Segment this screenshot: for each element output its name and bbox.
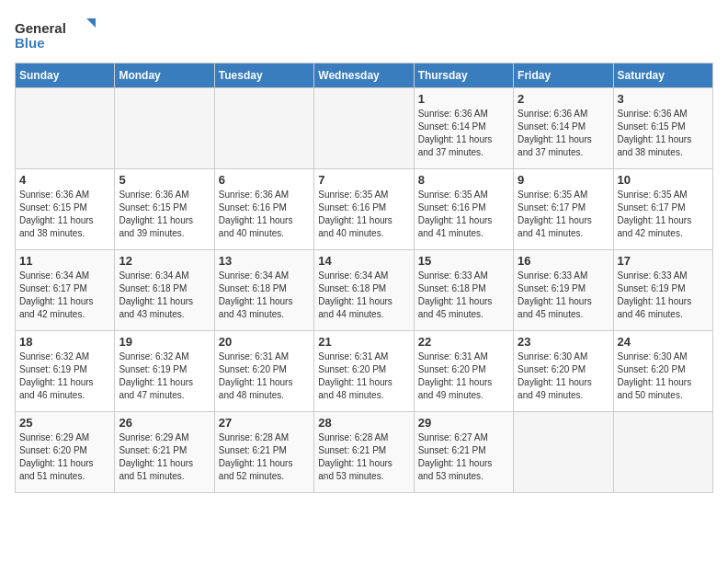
day-number: 29	[418, 416, 509, 430]
weekday-header-cell: Friday	[514, 63, 613, 88]
day-number: 22	[418, 335, 509, 349]
day-number: 2	[518, 92, 609, 106]
day-info: Sunrise: 6:34 AM Sunset: 6:18 PM Dayligh…	[119, 270, 210, 321]
day-info: Sunrise: 6:36 AM Sunset: 6:16 PM Dayligh…	[219, 189, 310, 240]
calendar-cell: 2Sunrise: 6:36 AM Sunset: 6:14 PM Daylig…	[514, 88, 613, 169]
day-info: Sunrise: 6:28 AM Sunset: 6:21 PM Dayligh…	[318, 431, 409, 483]
calendar-cell: 7Sunrise: 6:35 AM Sunset: 6:16 PM Daylig…	[314, 169, 414, 250]
weekday-header-cell: Tuesday	[214, 63, 313, 88]
day-info: Sunrise: 6:34 AM Sunset: 6:17 PM Dayligh…	[19, 270, 110, 321]
day-number: 25	[19, 416, 110, 430]
calendar-cell: 20Sunrise: 6:31 AM Sunset: 6:20 PM Dayli…	[214, 331, 313, 412]
day-info: Sunrise: 6:36 AM Sunset: 6:15 PM Dayligh…	[618, 108, 709, 159]
day-info: Sunrise: 6:35 AM Sunset: 6:17 PM Dayligh…	[518, 189, 609, 240]
calendar-cell: 17Sunrise: 6:33 AM Sunset: 6:19 PM Dayli…	[613, 250, 712, 331]
day-info: Sunrise: 6:31 AM Sunset: 6:20 PM Dayligh…	[418, 350, 509, 402]
day-info: Sunrise: 6:35 AM Sunset: 6:16 PM Dayligh…	[318, 189, 409, 240]
day-info: Sunrise: 6:35 AM Sunset: 6:17 PM Dayligh…	[618, 189, 709, 240]
calendar-cell: 8Sunrise: 6:35 AM Sunset: 6:16 PM Daylig…	[414, 169, 513, 250]
logo-svg: General Blue	[15, 15, 97, 52]
day-info: Sunrise: 6:36 AM Sunset: 6:15 PM Dayligh…	[19, 189, 110, 240]
calendar-cell: 11Sunrise: 6:34 AM Sunset: 6:17 PM Dayli…	[16, 250, 115, 331]
day-number: 16	[518, 254, 609, 268]
day-number: 14	[318, 254, 409, 268]
day-info: Sunrise: 6:36 AM Sunset: 6:14 PM Dayligh…	[518, 108, 609, 159]
day-number: 3	[618, 92, 709, 106]
calendar-cell: 28Sunrise: 6:28 AM Sunset: 6:21 PM Dayli…	[314, 412, 414, 493]
calendar-cell: 10Sunrise: 6:35 AM Sunset: 6:17 PM Dayli…	[613, 169, 712, 250]
day-info: Sunrise: 6:30 AM Sunset: 6:20 PM Dayligh…	[618, 350, 709, 402]
calendar-cell: 19Sunrise: 6:32 AM Sunset: 6:19 PM Dayli…	[115, 331, 214, 412]
day-info: Sunrise: 6:28 AM Sunset: 6:21 PM Dayligh…	[219, 431, 310, 483]
calendar-cell	[514, 412, 613, 493]
day-info: Sunrise: 6:29 AM Sunset: 6:21 PM Dayligh…	[119, 431, 210, 483]
day-info: Sunrise: 6:29 AM Sunset: 6:20 PM Dayligh…	[19, 431, 110, 483]
day-info: Sunrise: 6:27 AM Sunset: 6:21 PM Dayligh…	[418, 431, 509, 483]
day-number: 27	[219, 416, 310, 430]
day-number: 6	[219, 173, 310, 187]
calendar-cell: 24Sunrise: 6:30 AM Sunset: 6:20 PM Dayli…	[613, 331, 712, 412]
day-number: 26	[119, 416, 210, 430]
calendar-cell: 22Sunrise: 6:31 AM Sunset: 6:20 PM Dayli…	[414, 331, 513, 412]
calendar-cell: 15Sunrise: 6:33 AM Sunset: 6:18 PM Dayli…	[414, 250, 513, 331]
svg-marker-3	[86, 18, 96, 28]
day-number: 12	[119, 254, 210, 268]
calendar-cell	[214, 88, 313, 169]
calendar-cell	[613, 412, 712, 493]
calendar-week-row: 4Sunrise: 6:36 AM Sunset: 6:15 PM Daylig…	[16, 169, 713, 250]
calendar-cell: 21Sunrise: 6:31 AM Sunset: 6:20 PM Dayli…	[314, 331, 414, 412]
day-info: Sunrise: 6:35 AM Sunset: 6:16 PM Dayligh…	[418, 189, 509, 240]
calendar-cell: 16Sunrise: 6:33 AM Sunset: 6:19 PM Dayli…	[514, 250, 613, 331]
day-number: 24	[618, 335, 709, 349]
calendar-cell	[16, 88, 115, 169]
page-header: General Blue	[15, 15, 713, 52]
day-number: 4	[19, 173, 110, 187]
day-number: 1	[418, 92, 509, 106]
day-number: 21	[318, 335, 409, 349]
calendar-cell: 5Sunrise: 6:36 AM Sunset: 6:15 PM Daylig…	[115, 169, 214, 250]
day-number: 11	[19, 254, 110, 268]
day-number: 9	[518, 173, 609, 187]
day-number: 8	[418, 173, 509, 187]
svg-text:General: General	[15, 20, 66, 36]
calendar-cell: 14Sunrise: 6:34 AM Sunset: 6:18 PM Dayli…	[314, 250, 414, 331]
day-number: 19	[119, 335, 210, 349]
calendar-cell: 4Sunrise: 6:36 AM Sunset: 6:15 PM Daylig…	[16, 169, 115, 250]
day-info: Sunrise: 6:34 AM Sunset: 6:18 PM Dayligh…	[318, 270, 409, 321]
weekday-header-cell: Wednesday	[314, 63, 414, 88]
day-info: Sunrise: 6:33 AM Sunset: 6:19 PM Dayligh…	[618, 270, 709, 321]
day-info: Sunrise: 6:31 AM Sunset: 6:20 PM Dayligh…	[219, 350, 310, 402]
calendar-week-row: 11Sunrise: 6:34 AM Sunset: 6:17 PM Dayli…	[16, 250, 713, 331]
calendar-week-row: 25Sunrise: 6:29 AM Sunset: 6:20 PM Dayli…	[16, 412, 713, 493]
calendar-cell: 23Sunrise: 6:30 AM Sunset: 6:20 PM Dayli…	[514, 331, 613, 412]
day-number: 7	[318, 173, 409, 187]
calendar-cell: 26Sunrise: 6:29 AM Sunset: 6:21 PM Dayli…	[115, 412, 214, 493]
calendar-cell: 27Sunrise: 6:28 AM Sunset: 6:21 PM Dayli…	[214, 412, 313, 493]
day-info: Sunrise: 6:32 AM Sunset: 6:19 PM Dayligh…	[19, 350, 110, 402]
calendar-week-row: 1Sunrise: 6:36 AM Sunset: 6:14 PM Daylig…	[16, 88, 713, 169]
day-number: 18	[19, 335, 110, 349]
calendar-cell: 13Sunrise: 6:34 AM Sunset: 6:18 PM Dayli…	[214, 250, 313, 331]
day-number: 17	[618, 254, 709, 268]
weekday-header-cell: Sunday	[16, 63, 115, 88]
calendar-table: SundayMondayTuesdayWednesdayThursdayFrid…	[15, 63, 713, 493]
day-number: 20	[219, 335, 310, 349]
logo: General Blue	[15, 15, 97, 52]
calendar-body: 1Sunrise: 6:36 AM Sunset: 6:14 PM Daylig…	[16, 88, 713, 493]
weekday-header-row: SundayMondayTuesdayWednesdayThursdayFrid…	[16, 63, 713, 88]
calendar-cell: 18Sunrise: 6:32 AM Sunset: 6:19 PM Dayli…	[16, 331, 115, 412]
weekday-header-cell: Monday	[115, 63, 214, 88]
day-info: Sunrise: 6:30 AM Sunset: 6:20 PM Dayligh…	[518, 350, 609, 402]
calendar-cell: 25Sunrise: 6:29 AM Sunset: 6:20 PM Dayli…	[16, 412, 115, 493]
calendar-cell: 1Sunrise: 6:36 AM Sunset: 6:14 PM Daylig…	[414, 88, 513, 169]
day-info: Sunrise: 6:36 AM Sunset: 6:15 PM Dayligh…	[119, 189, 210, 240]
day-info: Sunrise: 6:34 AM Sunset: 6:18 PM Dayligh…	[219, 270, 310, 321]
calendar-week-row: 18Sunrise: 6:32 AM Sunset: 6:19 PM Dayli…	[16, 331, 713, 412]
day-number: 5	[119, 173, 210, 187]
day-info: Sunrise: 6:33 AM Sunset: 6:18 PM Dayligh…	[418, 270, 509, 321]
day-info: Sunrise: 6:32 AM Sunset: 6:19 PM Dayligh…	[119, 350, 210, 402]
calendar-cell: 12Sunrise: 6:34 AM Sunset: 6:18 PM Dayli…	[115, 250, 214, 331]
day-number: 28	[318, 416, 409, 430]
calendar-cell: 9Sunrise: 6:35 AM Sunset: 6:17 PM Daylig…	[514, 169, 613, 250]
day-info: Sunrise: 6:31 AM Sunset: 6:20 PM Dayligh…	[318, 350, 409, 402]
